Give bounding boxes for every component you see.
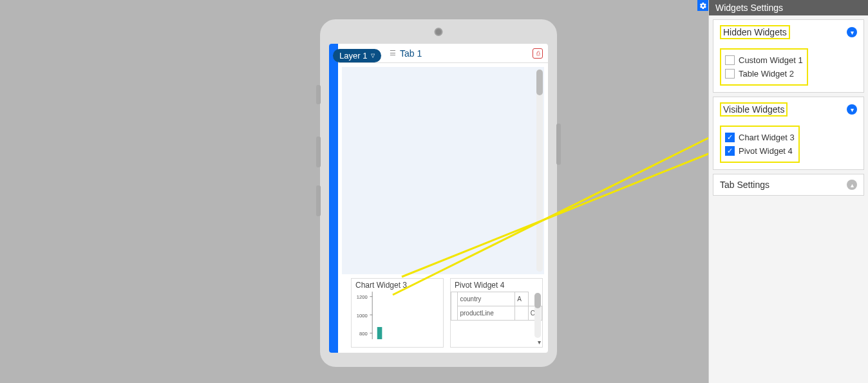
camera-icon <box>435 28 443 36</box>
hidden-widget-item[interactable]: Table Widget 2 <box>725 67 803 80</box>
pivot-header: A <box>515 292 528 306</box>
tab-settings-title: Tab Settings <box>720 180 769 190</box>
chevron-down-icon[interactable]: ▾ <box>538 339 541 346</box>
ytick-800: 800 <box>359 331 368 337</box>
widget-label: Pivot Widget 4 <box>739 146 793 156</box>
chevron-down-icon: ▽ <box>371 53 375 59</box>
layer-bar[interactable] <box>329 44 338 353</box>
checkbox-unchecked[interactable] <box>725 55 735 65</box>
hidden-widgets-section: Hidden Widgets ▾ Custom Widget 1 Table W… <box>713 19 864 93</box>
tab-item[interactable]: ☰ Tab 1 <box>390 48 422 59</box>
settings-panel: Widgets Settings Hidden Widgets ▾ Custom… <box>708 0 868 383</box>
panel-title: Widgets Settings <box>709 0 868 15</box>
chart-widget-title: Chart Widget 3 <box>352 279 443 292</box>
tablet-frame: Layer 1 ▽ ☰ Tab 1 ⎙ Chart Widget 3 <box>320 19 557 367</box>
scroll-thumb[interactable] <box>536 70 543 95</box>
checkbox-checked[interactable]: ✓ <box>725 146 735 156</box>
checkbox-unchecked[interactable] <box>725 69 735 79</box>
chevron-up-icon: ▴ <box>847 180 857 190</box>
canvas-area[interactable] <box>342 67 544 274</box>
visible-widgets-title: Visible Widgets <box>720 102 788 117</box>
widget-label: Chart Widget 3 <box>739 133 795 142</box>
visible-widgets-section: Visible Widgets ▾ ✓ Chart Widget 3 ✓ Piv… <box>713 97 864 170</box>
tab-settings-section: Tab Settings ▴ <box>713 174 864 196</box>
hidden-widget-item[interactable]: Custom Widget 1 <box>725 53 803 67</box>
pivot-cell <box>515 306 528 321</box>
menu-icon: ☰ <box>390 49 396 57</box>
scrollbar[interactable] <box>536 70 543 272</box>
layer-selector[interactable]: Layer 1 ▽ <box>333 49 381 62</box>
tab-settings-toggle[interactable]: Tab Settings ▴ <box>713 174 863 195</box>
visible-widgets-list: ✓ Chart Widget 3 ✓ Pivot Widget 4 <box>720 126 800 163</box>
chart-plot: 1200 1000 800 <box>352 292 443 341</box>
chevron-down-icon: ▾ <box>847 104 857 115</box>
scrollbar[interactable] <box>534 293 541 338</box>
device-button <box>316 185 321 216</box>
scroll-thumb[interactable] <box>534 293 541 308</box>
gear-icon[interactable] <box>697 0 708 11</box>
hidden-widgets-title: Hidden Widgets <box>720 25 790 39</box>
ytick-1200: 1200 <box>357 294 368 300</box>
visible-widget-item[interactable]: ✓ Pivot Widget 4 <box>725 144 795 158</box>
checkbox-checked[interactable]: ✓ <box>725 133 735 142</box>
hidden-widgets-toggle[interactable]: Hidden Widgets ▾ <box>713 20 863 44</box>
device-button <box>556 124 561 165</box>
visible-widgets-toggle[interactable]: Visible Widgets ▾ <box>713 97 863 122</box>
pivot-table: country A productLine C <box>451 292 542 321</box>
chart-bar <box>377 327 382 339</box>
widget-label: Custom Widget 1 <box>739 55 803 65</box>
device-button <box>316 85 321 104</box>
device-button <box>316 136 321 167</box>
chevron-down-icon: ▾ <box>847 27 857 37</box>
visible-widget-item[interactable]: ✓ Chart Widget 3 <box>725 131 795 144</box>
pivot-widget[interactable]: Pivot Widget 4 country A productLine C <box>450 278 543 348</box>
pivot-header: country <box>458 292 515 306</box>
widget-label: Table Widget 2 <box>739 69 794 79</box>
hidden-widgets-list: Custom Widget 1 Table Widget 2 <box>720 48 808 86</box>
chart-widget[interactable]: Chart Widget 3 1200 1000 800 <box>351 278 444 348</box>
pivot-widget-title: Pivot Widget 4 <box>451 279 542 292</box>
layer-label: Layer 1 <box>339 51 367 61</box>
pivot-rowhead: productLine <box>458 306 515 321</box>
tab-label: Tab 1 <box>400 48 422 59</box>
ytick-1000: 1000 <box>357 313 368 319</box>
device-screen: Layer 1 ▽ ☰ Tab 1 ⎙ Chart Widget 3 <box>329 44 548 353</box>
pdf-icon[interactable]: ⎙ <box>533 48 543 59</box>
pivot-empty <box>451 292 458 321</box>
